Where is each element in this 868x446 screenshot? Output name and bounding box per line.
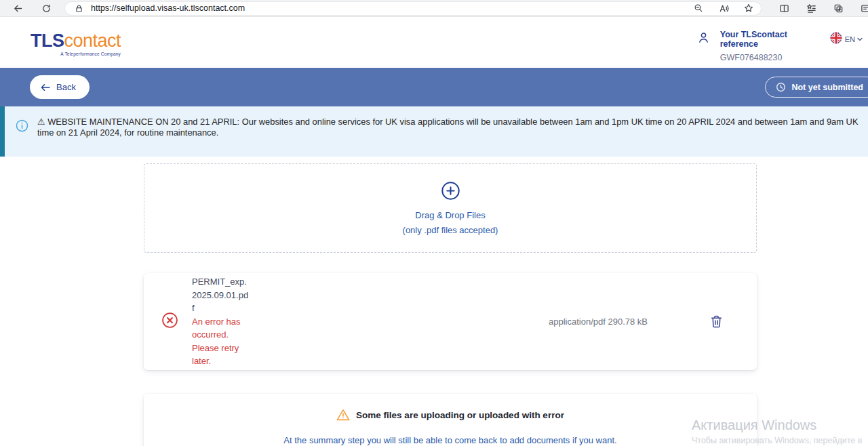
tlscontact-logo[interactable]: TLScontact A Teleperformance Company bbox=[31, 32, 121, 56]
reference-value: GWF076488230 bbox=[720, 53, 821, 62]
browser-settings-icon[interactable] bbox=[860, 3, 868, 14]
summary-warning-text: Some files are uploading or uploaded wit… bbox=[356, 410, 564, 420]
read-aloud-icon[interactable] bbox=[718, 3, 729, 14]
browser-toolbar: https://selfupload.visas-uk.tlscontact.c… bbox=[0, 0, 868, 17]
upload-page-content: Drag & Drop Files (only .pdf files accep… bbox=[0, 163, 868, 446]
address-bar[interactable]: https://selfupload.visas-uk.tlscontact.c… bbox=[65, 2, 761, 15]
step-navbar: Back Not yet submitted bbox=[0, 68, 868, 106]
user-icon bbox=[698, 32, 709, 46]
error-icon bbox=[161, 312, 178, 331]
maintenance-banner: ⚠ WEBSITE MAINTENANCE ON 20 and 21 APRIL… bbox=[0, 106, 868, 157]
back-button-label: Back bbox=[56, 82, 76, 92]
back-button[interactable]: Back bbox=[30, 75, 90, 99]
chevron-down-icon bbox=[857, 37, 863, 41]
file-meta: application/pdf 290.78 kB bbox=[549, 317, 648, 327]
status-badge: Not yet submitted bbox=[765, 77, 868, 98]
collections-icon[interactable] bbox=[806, 3, 816, 14]
favorite-star-icon[interactable] bbox=[743, 3, 754, 14]
uk-flag-icon bbox=[830, 32, 842, 47]
url-text[interactable]: https://selfupload.visas-uk.tlscontact.c… bbox=[91, 3, 688, 13]
language-label: EN bbox=[845, 35, 855, 43]
summary-note-text: At the summary step you will still be ab… bbox=[144, 435, 757, 445]
site-header: TLScontact A Teleperformance Company You… bbox=[0, 17, 868, 68]
back-arrow-icon bbox=[41, 83, 50, 92]
delete-file-button[interactable] bbox=[710, 315, 723, 329]
banner-accent-stripe bbox=[0, 106, 5, 157]
warning-icon bbox=[336, 409, 350, 421]
info-icon bbox=[16, 119, 28, 135]
browser-back-icon[interactable] bbox=[12, 3, 23, 14]
add-file-icon bbox=[441, 181, 460, 201]
zoom-out-icon[interactable] bbox=[693, 3, 704, 14]
lock-icon[interactable] bbox=[73, 3, 84, 14]
trash-icon bbox=[710, 315, 723, 329]
uploaded-file-card: PERMIT_exp.2025.09.01.pdf An error has o… bbox=[144, 273, 757, 370]
dropzone-title: Drag & Drop Files bbox=[415, 210, 485, 220]
reference-label: Your TLScontact reference bbox=[720, 30, 821, 49]
browser-refresh-icon[interactable] bbox=[41, 3, 52, 14]
logo-tagline: A Teleperformance Company bbox=[31, 52, 121, 56]
reference-block: Your TLScontact reference GWF076488230 bbox=[720, 30, 821, 62]
file-dropzone[interactable]: Drag & Drop Files (only .pdf files accep… bbox=[144, 163, 757, 253]
language-selector[interactable]: EN bbox=[830, 32, 863, 47]
status-badge-label: Not yet submitted bbox=[791, 83, 863, 92]
dropzone-subtitle: (only .pdf files accepted) bbox=[403, 225, 498, 235]
clock-icon bbox=[776, 82, 786, 92]
maintenance-message: ⚠ WEBSITE MAINTENANCE ON 20 and 21 APRIL… bbox=[37, 117, 860, 138]
duplicate-tab-icon[interactable] bbox=[833, 3, 844, 14]
file-error-message: An error has occurred. Please retry late… bbox=[192, 315, 249, 368]
split-screen-icon[interactable] bbox=[778, 3, 789, 14]
logo-contact-text: contact bbox=[64, 31, 121, 51]
upload-summary-card: Some files are uploading or uploaded wit… bbox=[144, 394, 757, 446]
logo-tls-text: TLS bbox=[31, 31, 64, 51]
file-name: PERMIT_exp.2025.09.01.pdf bbox=[192, 275, 249, 315]
